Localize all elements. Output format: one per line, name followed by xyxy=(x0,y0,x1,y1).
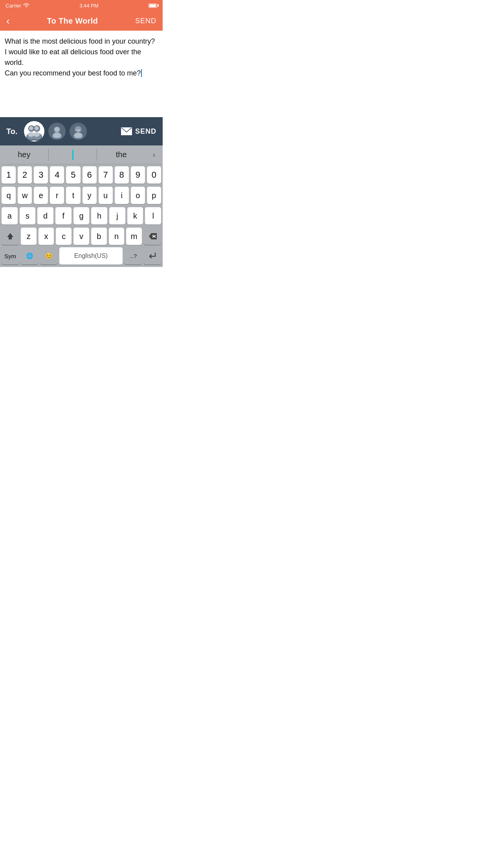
key-a[interactable]: a xyxy=(2,207,18,224)
dot-question-key[interactable]: ...? xyxy=(125,247,142,265)
key-u[interactable]: u xyxy=(99,187,113,204)
key-1[interactable]: 1 xyxy=(2,166,16,184)
battery-icon xyxy=(149,4,157,8)
back-button[interactable]: ‹ xyxy=(6,16,10,26)
recipient-send-label: SEND xyxy=(135,127,156,136)
key-y[interactable]: y xyxy=(83,187,97,204)
autocomplete-cursor xyxy=(72,150,73,160)
zxcv-row: z x c v b n m xyxy=(0,226,163,246)
globe-icon: 🌐 xyxy=(26,252,33,259)
key-k[interactable]: k xyxy=(127,207,143,224)
key-m[interactable]: m xyxy=(126,228,142,245)
sym-key[interactable]: Sym xyxy=(2,247,19,265)
key-s[interactable]: s xyxy=(20,207,36,224)
key-d[interactable]: d xyxy=(37,207,53,224)
key-7[interactable]: 7 xyxy=(99,166,113,184)
globe-key[interactable]: 🌐 xyxy=(21,247,38,265)
message-text: What is the most delicious food in your … xyxy=(5,37,155,77)
text-cursor xyxy=(141,69,142,77)
person-avatar-2[interactable] xyxy=(70,123,87,140)
group-avatar[interactable] xyxy=(24,121,44,142)
autocomplete-word-right[interactable]: the xyxy=(97,145,145,164)
emoji-icon: 😊 xyxy=(45,252,53,259)
svg-point-16 xyxy=(53,132,61,138)
to-label: To. xyxy=(6,127,18,136)
svg-point-12 xyxy=(33,132,40,137)
qwerty-row: q w e r t y u i o p xyxy=(0,185,163,205)
autocomplete-more-arrow[interactable]: › xyxy=(145,145,163,164)
header-send-button[interactable]: SEND xyxy=(135,17,156,25)
delete-key[interactable] xyxy=(144,228,161,245)
svg-point-10 xyxy=(35,126,39,130)
svg-point-9 xyxy=(29,126,33,130)
key-e[interactable]: e xyxy=(34,187,48,204)
header-title: To The World xyxy=(47,17,98,26)
key-l[interactable]: l xyxy=(145,207,161,224)
asdf-row: a s d f g h j k l xyxy=(0,205,163,226)
key-p[interactable]: p xyxy=(147,187,161,204)
key-r[interactable]: r xyxy=(50,187,64,204)
carrier-label: Carrier xyxy=(6,3,21,9)
key-v[interactable]: v xyxy=(73,228,89,245)
keyboard: 1 2 3 4 5 6 7 8 9 0 q w e r t y u i o p … xyxy=(0,164,163,267)
emoji-key[interactable]: 😊 xyxy=(40,247,57,265)
number-row: 1 2 3 4 5 6 7 8 9 0 xyxy=(0,164,163,185)
wifi-icon xyxy=(23,3,29,9)
person-avatar-1[interactable] xyxy=(48,123,66,140)
key-o[interactable]: o xyxy=(131,187,145,204)
bottom-row: Sym 🌐 😊 English(US) ...? xyxy=(0,246,163,267)
status-bar: Carrier 3:44 PM xyxy=(0,0,163,11)
autocomplete-word-center[interactable] xyxy=(49,145,97,164)
key-q[interactable]: q xyxy=(2,187,16,204)
envelope-icon xyxy=(121,127,132,135)
key-w[interactable]: w xyxy=(18,187,32,204)
recipient-send-button[interactable]: SEND xyxy=(121,127,156,136)
svg-marker-23 xyxy=(7,233,13,239)
key-t[interactable]: t xyxy=(66,187,80,204)
autocomplete-bar: hey the › xyxy=(0,145,163,164)
key-z[interactable]: z xyxy=(21,228,37,245)
svg-point-20 xyxy=(74,132,82,138)
carrier-wifi: Carrier xyxy=(6,3,29,9)
key-9[interactable]: 9 xyxy=(131,166,145,184)
key-h[interactable]: h xyxy=(91,207,107,224)
key-f[interactable]: f xyxy=(55,207,72,224)
key-6[interactable]: 6 xyxy=(83,166,97,184)
key-b[interactable]: b xyxy=(91,228,107,245)
recipient-bar: To. xyxy=(0,117,163,145)
key-0[interactable]: 0 xyxy=(147,166,161,184)
key-4[interactable]: 4 xyxy=(50,166,64,184)
app-header: ‹ To The World SEND xyxy=(0,11,163,31)
svg-point-15 xyxy=(55,127,59,132)
key-8[interactable]: 8 xyxy=(115,166,129,184)
space-key[interactable]: English(US) xyxy=(59,247,123,265)
svg-point-11 xyxy=(28,132,34,137)
key-g[interactable]: g xyxy=(73,207,90,224)
time-label: 3:44 PM xyxy=(79,3,98,9)
key-j[interactable]: j xyxy=(109,207,125,224)
autocomplete-word-left[interactable]: hey xyxy=(0,145,48,164)
key-i[interactable]: i xyxy=(115,187,129,204)
key-5[interactable]: 5 xyxy=(66,166,80,184)
key-n[interactable]: n xyxy=(109,228,125,245)
key-2[interactable]: 2 xyxy=(18,166,32,184)
return-key[interactable] xyxy=(144,247,161,265)
key-x[interactable]: x xyxy=(39,228,54,245)
shift-key[interactable] xyxy=(2,228,19,245)
message-area[interactable]: What is the most delicious food in your … xyxy=(0,31,163,117)
key-3[interactable]: 3 xyxy=(34,166,48,184)
key-c[interactable]: c xyxy=(56,228,72,245)
svg-point-0 xyxy=(26,7,27,7)
